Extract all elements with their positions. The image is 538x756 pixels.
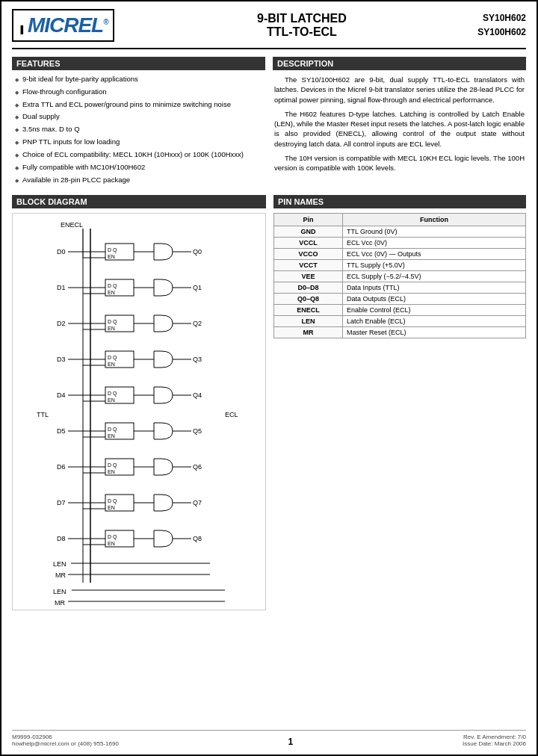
footer-date: Issue Date: March 2006 [463, 740, 526, 747]
svg-text:Q0: Q0 [193, 248, 202, 255]
feature-item: ◆9-bit ideal for byte-parity application… [15, 75, 262, 84]
svg-text:Q1: Q1 [193, 284, 202, 291]
svg-text:D  Q: D Q [108, 427, 117, 433]
pin-names-heading: PIN NAMES [273, 195, 526, 208]
table-row: GNDTTL Ground (0V) [274, 226, 526, 238]
pin-name-cell: VCCO [274, 249, 343, 260]
pin-name-cell: Q0–Q8 [274, 294, 343, 305]
svg-text:D4: D4 [57, 391, 66, 399]
features-heading: FEATURES [12, 57, 265, 70]
block-diagram-heading: BLOCK DIAGRAM [12, 195, 266, 208]
pin-name-cell: LEN [274, 316, 343, 327]
bullet-icon: ◆ [15, 89, 19, 96]
pin-function-cell: TTL Supply (+5.0V) [342, 260, 525, 271]
svg-text:ENECL: ENECL [61, 221, 83, 229]
feature-text: Available in 28-pin PLCC package [22, 176, 130, 185]
svg-text:EN: EN [108, 254, 115, 259]
header: ▐ MICREL® 9-BIT LATCHED TTL-TO-ECL SY10H… [12, 9, 526, 49]
pin-function-cell: ECL Vcc (0V) [342, 238, 525, 249]
feature-text: 3.5ns max. D to Q [22, 125, 80, 134]
description-text: The SY10/100H602 are 9-bit, dual supply … [273, 75, 526, 173]
pin-names-section: PIN NAMES Pin Function GNDTTL Ground (0V… [273, 195, 526, 724]
feature-item: ◆Choice of ECL compatibility: MECL 10KH … [15, 150, 262, 160]
svg-text:D  Q: D Q [108, 534, 117, 540]
svg-text:Q5: Q5 [193, 427, 202, 435]
svg-text:LEN: LEN [53, 560, 67, 568]
table-row: D0–D8Data Inputs (TTL) [274, 282, 526, 294]
svg-text:EN: EN [108, 433, 115, 439]
svg-text:MR: MR [55, 571, 66, 579]
feature-item: ◆Available in 28-pin PLCC package [15, 176, 262, 185]
pin-table: Pin Function GNDTTL Ground (0V)VCCLECL V… [273, 213, 526, 338]
svg-text:D6: D6 [57, 463, 66, 471]
feature-item: ◆Extra TTL and ECL power/ground pins to … [15, 100, 262, 110]
part1: SY10H602 [477, 11, 526, 25]
pin-name-cell: VCCT [274, 260, 343, 271]
pin-name-cell: VCCL [274, 238, 343, 249]
pin-name-cell: GND [274, 226, 343, 238]
footer-right: Rev. E Amendment: 7/0 Issue Date: March … [463, 734, 526, 747]
part-numbers: SY10H602 SY100H602 [477, 11, 526, 40]
svg-text:ECL: ECL [225, 411, 238, 418]
svg-text:D  Q: D Q [108, 283, 117, 289]
feature-item: ◆3.5ns max. D to Q [15, 125, 262, 134]
table-row: MRMaster Reset (ECL) [274, 327, 526, 338]
svg-text:EN: EN [108, 290, 115, 295]
svg-text:D  Q: D Q [108, 247, 117, 253]
svg-text:Q4: Q4 [193, 391, 202, 399]
header-title: 9-BIT LATCHED TTL-TO-ECL [126, 12, 478, 39]
bullet-icon: ◆ [15, 152, 19, 158]
svg-text:EN: EN [108, 362, 115, 367]
pin-name-cell: D0–D8 [274, 282, 343, 294]
feature-item: ◆Flow-through configuration [15, 87, 262, 97]
feature-text: PNP TTL inputs for low loading [22, 137, 120, 147]
svg-text:D  Q: D Q [108, 498, 117, 504]
block-diagram-svg: ENECL TTL ECL LEN MR D0 [16, 217, 255, 605]
bullet-icon: ◆ [15, 76, 19, 83]
logo: ▐ MICREL® [18, 13, 108, 37]
svg-text:EN: EN [108, 326, 115, 331]
svg-text:Q7: Q7 [193, 499, 202, 506]
svg-text:TTL: TTL [37, 411, 49, 418]
pin-name-cell: ENECL [274, 305, 343, 316]
feature-item: ◆Fully compatible with MC10H/100H602 [15, 163, 262, 173]
svg-text:D  Q: D Q [108, 462, 117, 468]
svg-text:D7: D7 [57, 499, 66, 506]
bullet-icon: ◆ [15, 102, 19, 108]
pin-function-cell: Data Outputs (ECL) [342, 294, 525, 305]
pin-name-cell: MR [274, 327, 343, 338]
description-paragraph: The H602 features D-type latches. Latchi… [274, 109, 525, 149]
features-list: ◆9-bit ideal for byte-parity application… [12, 75, 265, 185]
bullet-icon: ◆ [15, 114, 19, 120]
svg-text:EN: EN [108, 469, 115, 474]
table-row: ENECLEnable Control (ECL) [274, 305, 526, 316]
pin-function-cell: Master Reset (ECL) [342, 327, 525, 338]
feature-item: ◆Dual supply [15, 112, 262, 122]
feature-text: Flow-through configuration [22, 87, 106, 97]
page: ▐ MICREL® 9-BIT LATCHED TTL-TO-ECL SY10H… [0, 0, 538, 756]
pin-function-cell: ECL Supply (−5.2/−4.5V) [342, 271, 525, 282]
svg-text:D2: D2 [57, 320, 66, 327]
table-row: VEEECL Supply (−5.2/−4.5V) [274, 271, 526, 282]
svg-text:EN: EN [108, 541, 115, 546]
footer-page-number: 1 [288, 737, 294, 747]
feature-text: Extra TTL and ECL power/ground pins to m… [22, 100, 231, 110]
feature-text: Dual supply [22, 112, 60, 122]
svg-text:MR: MR [55, 599, 65, 605]
col-function-header: Function [342, 214, 525, 226]
pin-function-cell: Latch Enable (ECL) [342, 316, 525, 327]
svg-text:Q3: Q3 [193, 356, 202, 363]
svg-text:D3: D3 [57, 356, 66, 363]
bullet-icon: ◆ [15, 164, 19, 171]
title-line2: TTL-TO-ECL [126, 25, 478, 39]
description-section: DESCRIPTION The SY10/100H602 are 9-bit, … [273, 57, 526, 188]
diagram-container: ENECL TTL ECL LEN MR D0 [12, 213, 266, 610]
features-description-section: FEATURES ◆9-bit ideal for byte-parity ap… [12, 57, 526, 188]
svg-text:Q6: Q6 [193, 463, 202, 471]
description-paragraph: The SY10/100H602 are 9-bit, dual supply … [274, 75, 525, 105]
svg-text:LEN: LEN [53, 588, 67, 595]
table-row: VCCTTTL Supply (+5.0V) [274, 260, 526, 271]
logo-box: ▐ MICREL® [12, 9, 114, 42]
feature-text: Fully compatible with MC10H/100H602 [22, 163, 145, 173]
table-row: VCCLECL Vcc (0V) [274, 238, 526, 249]
